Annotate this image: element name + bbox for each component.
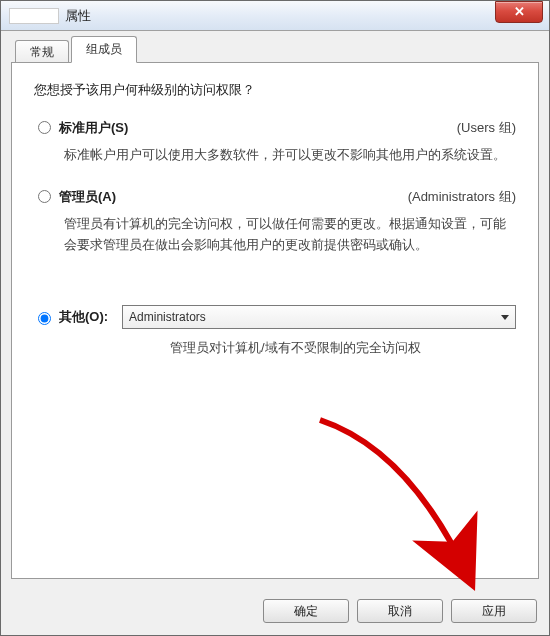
option-administrator: 管理员(A) (Administrators 组) bbox=[34, 188, 516, 206]
desc-administrator: 管理员有计算机的完全访问权，可以做任何需要的更改。根据通知设置，可能会要求管理员… bbox=[64, 214, 516, 256]
group-standard-user: (Users 组) bbox=[457, 119, 516, 137]
titlebar[interactable]: 属性 ✕ bbox=[1, 1, 549, 31]
desc-standard-user: 标准帐户用户可以使用大多数软件，并可以更改不影响其他用户的系统设置。 bbox=[64, 145, 516, 166]
radio-administrator[interactable] bbox=[38, 190, 51, 203]
access-level-prompt: 您想授予该用户何种级别的访问权限？ bbox=[34, 81, 516, 99]
option-standard-user: 标准用户(S) (Users 组) bbox=[34, 119, 516, 137]
other-group-dropdown[interactable]: Administrators bbox=[122, 305, 516, 329]
titlebar-redacted bbox=[9, 8, 59, 24]
properties-window: 属性 ✕ 常规 组成员 您想授予该用户何种级别的访问权限？ 标准用户(S) (U… bbox=[0, 0, 550, 636]
tab-members[interactable]: 组成员 bbox=[71, 36, 137, 63]
tabstrip: 常规 组成员 bbox=[11, 39, 539, 63]
window-title: 属性 bbox=[61, 7, 495, 25]
label-other[interactable]: 其他(O): bbox=[59, 308, 108, 326]
radio-standard-user[interactable] bbox=[38, 121, 51, 134]
label-administrator[interactable]: 管理员(A) bbox=[59, 188, 116, 206]
tab-general[interactable]: 常规 bbox=[15, 40, 69, 64]
label-standard-user[interactable]: 标准用户(S) bbox=[59, 119, 128, 137]
ok-button[interactable]: 确定 bbox=[263, 599, 349, 623]
window-body: 常规 组成员 您想授予该用户何种级别的访问权限？ 标准用户(S) (Users … bbox=[1, 31, 549, 589]
apply-button[interactable]: 应用 bbox=[451, 599, 537, 623]
group-administrator: (Administrators 组) bbox=[408, 188, 516, 206]
tab-panel-members: 您想授予该用户何种级别的访问权限？ 标准用户(S) (Users 组) 标准帐户… bbox=[11, 62, 539, 579]
desc-other: 管理员对计算机/域有不受限制的完全访问权 bbox=[170, 339, 516, 357]
dialog-button-row: 确定 取消 应用 bbox=[1, 589, 549, 635]
dropdown-selected-value: Administrators bbox=[129, 310, 206, 324]
cancel-button[interactable]: 取消 bbox=[357, 599, 443, 623]
close-button[interactable]: ✕ bbox=[495, 1, 543, 23]
option-other: 其他(O): Administrators bbox=[34, 305, 516, 329]
chevron-down-icon bbox=[501, 315, 509, 320]
radio-other[interactable] bbox=[38, 312, 51, 325]
close-icon: ✕ bbox=[514, 4, 525, 19]
